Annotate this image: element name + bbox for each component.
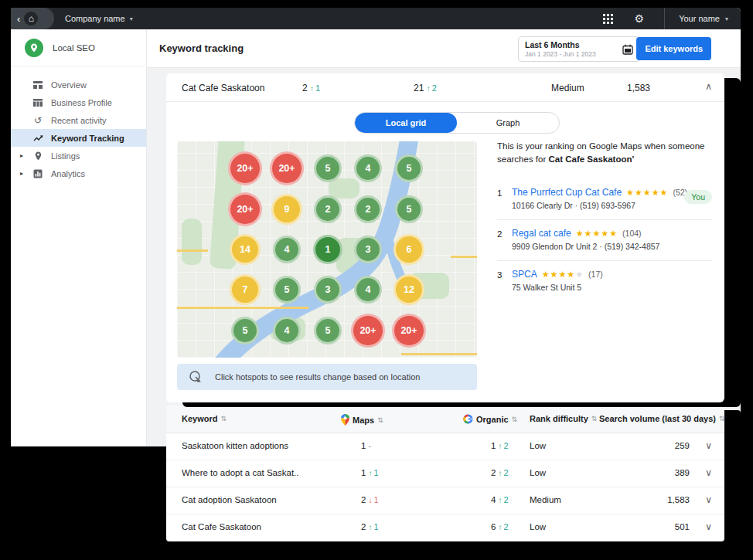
sidebar-item-recent-activity[interactable]: ↺ Recent activity: [11, 111, 146, 129]
map-hotspot[interactable]: 5: [273, 276, 301, 304]
sidebar: Local SEO Overview Business Profile ↺ Re…: [11, 29, 147, 446]
google-g-icon: [463, 414, 473, 424]
chevron-down-icon: ▾: [725, 15, 728, 22]
result-business-link[interactable]: The Purrfect Cup Cat Cafe: [512, 187, 622, 198]
map-caption-text: Click hotspots to see results change bas…: [215, 372, 420, 382]
cell-maps-rank: 1: [361, 441, 371, 450]
map-hotspot[interactable]: 4: [273, 317, 301, 344]
map-hotspot[interactable]: 5: [231, 317, 259, 344]
view-tabs: Local grid Graph: [354, 112, 560, 134]
keyword-card-header: Cat Cafe Saskatoon 2 1 21 2 Medium 1,583…: [166, 73, 724, 102]
sidebar-item-keyword-tracking[interactable]: Keyword Tracking: [11, 129, 146, 147]
star-icon: ★: [584, 229, 593, 238]
star-icon: ★: [601, 229, 609, 238]
map-hotspot[interactable]: 20+: [392, 314, 426, 348]
maps-pin-icon: [341, 414, 349, 426]
map-hotspot[interactable]: 2: [354, 195, 382, 223]
user-dropdown[interactable]: Your name ▾: [679, 14, 733, 23]
result-business-link[interactable]: Regal cat cafe: [512, 228, 571, 239]
cell-search-volume: 1,583: [667, 495, 690, 504]
row-expand-icon[interactable]: ∨: [705, 467, 712, 478]
localseo-pin-icon: [25, 39, 43, 57]
gear-icon[interactable]: ⚙: [635, 13, 645, 24]
home-button[interactable]: ⌂: [24, 12, 38, 25]
map-hotspot[interactable]: 4: [273, 236, 301, 263]
star-icon: ★: [643, 188, 652, 197]
collapse-icon[interactable]: ∧: [705, 81, 712, 92]
cell-organic-rank: 2 2: [491, 468, 509, 477]
back-icon[interactable]: ‹: [17, 14, 20, 24]
star-icon: ★: [609, 229, 618, 238]
map-hotspot[interactable]: 12: [394, 274, 424, 305]
arrow-icon: [499, 442, 503, 450]
map-hotspot[interactable]: 5: [314, 154, 342, 182]
ranking-panel: This is your ranking on Google Maps when…: [497, 140, 712, 301]
row-expand-icon[interactable]: ∨: [705, 440, 712, 451]
result-rank: 2: [497, 229, 502, 239]
star-icon: ★: [558, 270, 567, 279]
ranking-result: 1 The Purrfect Cup Cat Cafe ★★★★★ (52) 1…: [497, 179, 712, 219]
map-hotspot[interactable]: 3: [314, 276, 342, 304]
home-icon: ⌂: [29, 14, 34, 23]
arrow-up-icon: [427, 84, 431, 93]
tab-graph[interactable]: Graph: [457, 113, 559, 133]
sort-icon: ⇅: [719, 415, 725, 423]
search-volume-value: 1,583: [627, 83, 650, 93]
star-rating: ★★★★★: [576, 229, 618, 239]
map-hotspot[interactable]: 1: [313, 235, 342, 264]
table-row[interactable]: Cat Cafe Saskatoon2 16 2Low501∨: [166, 514, 724, 541]
map-hotspot[interactable]: 4: [354, 276, 382, 304]
result-business-link[interactable]: SPCA: [512, 269, 537, 280]
apps-grid-button[interactable]: [603, 14, 613, 24]
recent-activity-icon: ↺: [32, 116, 43, 125]
company-dropdown[interactable]: Company name ▾: [65, 8, 133, 29]
map-road: [177, 307, 308, 309]
cell-rank-difficulty: Medium: [530, 495, 561, 504]
map-hotspot[interactable]: 14: [230, 234, 261, 265]
map-hotspot[interactable]: 9: [271, 194, 302, 225]
page-header: Keyword tracking Last 6 Months Jan 1 202…: [147, 29, 741, 68]
map-hotspot[interactable]: 20+: [228, 192, 262, 226]
result-address: 9909 Glendon Dr Unit 2 · (519) 342-4857: [512, 242, 712, 251]
arrow-icon: [369, 442, 371, 450]
map-hotspot[interactable]: 7: [230, 274, 261, 305]
row-expand-icon[interactable]: ∨: [705, 521, 712, 532]
keyword-tracking-icon: [32, 134, 43, 143]
column-search-volume[interactable]: Search volume (last 30 days)⇅: [599, 414, 725, 423]
map-hotspot[interactable]: 6: [394, 234, 424, 265]
cell-search-volume: 501: [675, 522, 690, 531]
edit-keywords-button[interactable]: Edit keywords: [636, 37, 711, 60]
map-hotspot[interactable]: 5: [395, 154, 423, 182]
expand-caret-icon[interactable]: ▸: [20, 170, 23, 177]
column-maps[interactable]: Maps⇅: [341, 414, 383, 426]
cell-maps-rank: 2 1: [361, 522, 379, 531]
expand-caret-icon[interactable]: ▸: [20, 152, 23, 159]
column-rank-difficulty[interactable]: Rank difficulty⇅: [530, 414, 597, 423]
back-home-pill[interactable]: ‹ ⌂: [11, 8, 54, 29]
table-row[interactable]: Cat adoption Saskatoon2 14 2Medium1,583∨: [166, 487, 724, 514]
row-expand-icon[interactable]: ∨: [705, 494, 712, 505]
map-hotspot[interactable]: 3: [354, 236, 382, 263]
table-row[interactable]: Saskatoon kitten adoptions1 1 2Low259∨: [166, 433, 724, 460]
click-hotspot-icon: [189, 370, 203, 385]
sidebar-item-analytics[interactable]: ▸ Analytics: [11, 165, 146, 182]
map-hotspot[interactable]: 2: [314, 195, 342, 223]
map-hotspot[interactable]: 4: [354, 154, 382, 182]
column-organic[interactable]: Organic⇅: [463, 414, 517, 424]
cell-keyword: Cat adoption Saskatoon: [182, 495, 277, 504]
sort-icon: ⇅: [512, 416, 518, 423]
table-row[interactable]: Where to adopt a cat Saskat..1 12 2Low38…: [166, 460, 724, 487]
map-hotspot[interactable]: 20+: [351, 314, 385, 348]
date-range-picker[interactable]: Last 6 Months Jan 1 2023 - Jun 1 2023: [518, 36, 640, 62]
result-rank: 1: [497, 188, 502, 198]
map-hotspot[interactable]: 5: [314, 317, 342, 344]
sidebar-item-listings[interactable]: ▸ Listings: [11, 147, 146, 165]
star-rating: ★★★★★: [542, 270, 584, 280]
map-hotspot[interactable]: 20+: [270, 151, 304, 185]
sidebar-item-overview[interactable]: Overview: [11, 76, 146, 93]
sidebar-item-business-profile[interactable]: Business Profile: [11, 93, 146, 111]
column-keyword[interactable]: Keyword⇅: [182, 414, 227, 423]
tab-local-grid[interactable]: Local grid: [355, 113, 457, 133]
map-hotspot[interactable]: 20+: [228, 151, 262, 185]
map-hotspot[interactable]: 5: [395, 195, 423, 223]
